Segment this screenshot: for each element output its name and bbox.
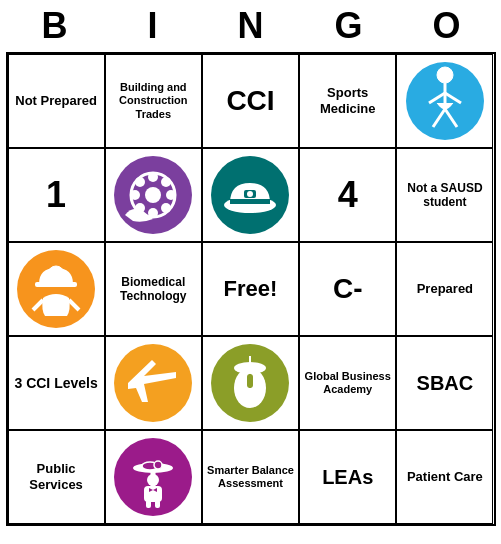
svg-point-10	[130, 190, 140, 200]
svg-rect-33	[146, 500, 151, 508]
svg-point-31	[154, 461, 162, 469]
cell-public: Public Services	[8, 430, 105, 524]
cell-biomedical: Biomedical Technology	[105, 242, 202, 336]
cell-four: 4	[299, 148, 396, 242]
cell-free: Free!	[202, 242, 299, 336]
film-reel-circle	[114, 156, 192, 234]
captain-hat-circle	[211, 156, 289, 234]
bingo-grid: Not Prepared Building and Construction T…	[6, 52, 496, 526]
cell-cci: CCI	[202, 54, 299, 148]
svg-point-7	[145, 187, 161, 203]
svg-rect-21	[35, 282, 77, 287]
svg-point-13	[161, 203, 171, 213]
svg-point-27	[234, 362, 266, 374]
svg-rect-32	[144, 486, 162, 502]
cell-sbac: SBAC	[396, 336, 493, 430]
cell-one: 1	[8, 148, 105, 242]
cell-captain-hat	[202, 148, 299, 242]
cell-building: Building and Construction Trades	[105, 54, 202, 148]
cell-smarter: Smarter Balance Assessment	[202, 430, 299, 524]
svg-line-3	[445, 93, 461, 103]
svg-point-11	[166, 190, 176, 200]
cell-c-minus: C-	[299, 242, 396, 336]
cell-not-prepared: Not Prepared	[8, 54, 105, 148]
svg-line-22	[33, 300, 43, 310]
svg-point-37	[147, 474, 159, 486]
cell-cci-levels: 3 CCI Levels	[8, 336, 105, 430]
hard-hat-icon	[25, 258, 87, 320]
svg-rect-34	[155, 500, 160, 508]
cell-sports: Sports Medicine	[299, 54, 396, 148]
svg-point-15	[161, 177, 171, 187]
film-reel-icon	[123, 165, 183, 225]
cell-mouse	[202, 336, 299, 430]
cell-film-reel	[105, 148, 202, 242]
mouse-icon	[219, 352, 281, 414]
svg-point-0	[437, 67, 453, 83]
header-g: G	[304, 5, 394, 47]
mouse-circle	[211, 344, 289, 422]
cell-waiter	[105, 430, 202, 524]
captain-hat-icon	[220, 165, 280, 225]
svg-line-4	[433, 109, 445, 127]
svg-rect-17	[230, 199, 270, 204]
stick-figure-circle	[406, 62, 484, 140]
svg-point-8	[148, 172, 158, 182]
header-i: I	[108, 5, 198, 47]
cell-patient: Patient Care	[396, 430, 493, 524]
waiter-circle	[114, 438, 192, 516]
hard-hat-circle	[17, 250, 95, 328]
header-n: N	[206, 5, 296, 47]
cell-not-sausd: Not a SAUSD student	[396, 148, 493, 242]
stick-figure-icon	[419, 65, 471, 137]
cell-hard-hat	[8, 242, 105, 336]
svg-line-23	[69, 300, 79, 310]
svg-point-19	[247, 191, 253, 197]
cell-stick-figure	[396, 54, 493, 148]
bingo-header: B I N G O	[6, 0, 496, 52]
header-o: O	[402, 5, 492, 47]
svg-point-12	[135, 177, 145, 187]
waiter-icon	[122, 446, 184, 508]
cell-leas: LEAs	[299, 430, 396, 524]
header-b: B	[10, 5, 100, 47]
cell-global: Global Business Academy	[299, 336, 396, 430]
cell-airplane	[105, 336, 202, 430]
airplane-circle	[114, 344, 192, 422]
svg-line-5	[445, 109, 457, 127]
cell-prepared: Prepared	[396, 242, 493, 336]
svg-line-2	[429, 93, 445, 103]
airplane-icon	[122, 352, 184, 414]
